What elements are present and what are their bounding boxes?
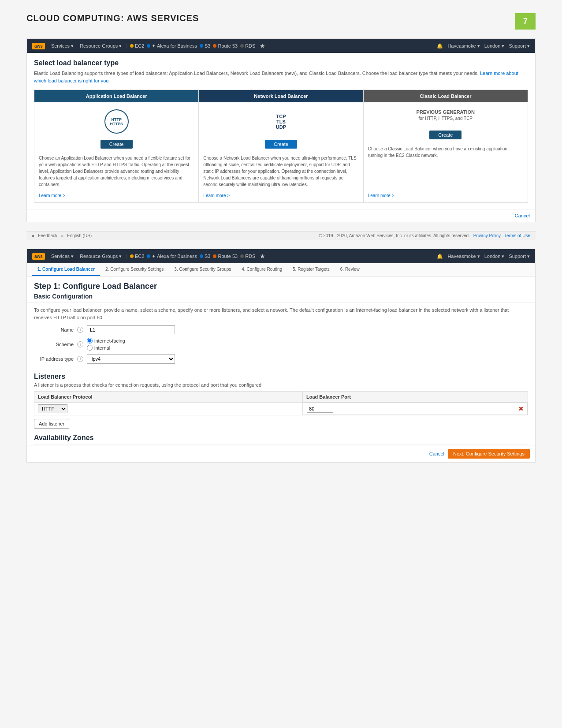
- nlb-create-wrapper: Create: [199, 137, 363, 151]
- route53-dot: [213, 44, 216, 48]
- region-menu-2[interactable]: London ▾: [484, 254, 505, 259]
- nav-sep2: |: [126, 254, 127, 259]
- feedback-label[interactable]: Feedback: [38, 233, 57, 238]
- alb-create-button[interactable]: Create: [100, 140, 133, 149]
- ip-select[interactable]: ipv4 dualstack: [87, 354, 175, 364]
- nlb-protocol-icon: TCP TLS UDP: [269, 109, 293, 134]
- support-menu[interactable]: Support ▾: [509, 43, 530, 49]
- nlb-icon: TCP TLS UDP: [199, 102, 363, 137]
- scheme-radio-internet[interactable]: [87, 338, 93, 343]
- nav-sep1: |: [126, 44, 127, 49]
- scheme-label: Scheme: [34, 342, 74, 347]
- listener-protocol-select[interactable]: HTTP HTTPS: [38, 404, 67, 413]
- delete-listener-icon[interactable]: ✖: [518, 405, 524, 412]
- alexa-dot-2: [147, 254, 150, 258]
- scheme-radio-internal[interactable]: [87, 345, 93, 351]
- rds-dot: [240, 44, 244, 48]
- cancel-link-1[interactable]: Cancel: [515, 213, 530, 218]
- route53-dot-2: [213, 254, 216, 258]
- wizard-step-1[interactable]: 1. Configure Load Balancer: [32, 263, 100, 276]
- s3-dot-2: [200, 254, 203, 258]
- wizard-nav: 1. Configure Load Balancer 2. Configure …: [27, 263, 535, 276]
- nav-route53[interactable]: Route 53: [213, 43, 238, 49]
- language-label[interactable]: English (US): [67, 233, 92, 238]
- wizard-step-4[interactable]: 4. Configure Routing: [236, 263, 287, 276]
- nav-s3[interactable]: S3: [200, 43, 210, 49]
- terms-link[interactable]: Terms of Use: [504, 233, 530, 238]
- panel-select-lb: aws Services ▾ Resource Groups ▾ | EC2 ✦…: [26, 38, 536, 222]
- nav-resource-groups-2[interactable]: Resource Groups ▾: [78, 254, 123, 259]
- region-menu[interactable]: London ▾: [484, 43, 505, 49]
- alb-header: Application Load Balancer: [34, 90, 198, 102]
- panel-configure-lb: aws Services ▾ Resource Groups ▾ | EC2 ✦…: [26, 249, 536, 463]
- name-info-icon[interactable]: i: [77, 327, 83, 333]
- nav-ec2-2[interactable]: EC2: [130, 254, 144, 259]
- nav-rds-2[interactable]: RDS: [240, 254, 255, 259]
- ec2-dot: [130, 44, 134, 48]
- nav-services-2[interactable]: Services ▾: [49, 254, 75, 259]
- listeners-desc: A listener is a process that checks for …: [34, 382, 528, 388]
- alb-create-wrapper: Create: [34, 137, 198, 151]
- bell-icon: 🔔: [437, 43, 443, 49]
- wizard-step-6[interactable]: 6. Review: [335, 263, 365, 276]
- nav-route53-2[interactable]: Route 53: [213, 254, 238, 259]
- listener-row: HTTP HTTPS ✖: [34, 403, 528, 415]
- nav-s3-2[interactable]: S3: [200, 254, 210, 259]
- nav-bookmark-icon: ★: [260, 42, 265, 49]
- alb-learn-link[interactable]: Learn more >: [39, 193, 65, 198]
- nav-ec2[interactable]: EC2: [130, 43, 144, 49]
- step-content: Step 1: Configure Load Balancer Basic Co…: [27, 276, 535, 445]
- name-label: Name: [34, 327, 74, 332]
- privacy-link[interactable]: Privacy Policy: [473, 233, 501, 238]
- next-button[interactable]: Next: Configure Security Settings: [448, 449, 530, 459]
- nlb-create-button[interactable]: Create: [265, 140, 297, 149]
- alb-protocol-icon: HTTP HTTPS: [104, 109, 129, 134]
- basic-config-form: Name i Scheme i internet-facing: [27, 325, 535, 373]
- panel1-footer: Cancel: [27, 209, 535, 222]
- listeners-table: Load Balancer Protocol Load Balancer Por…: [34, 391, 528, 415]
- user-menu-2[interactable]: Haveasmoke ▾: [447, 254, 480, 259]
- lb-cards: Application Load Balancer HTTP HTTPS Cre…: [34, 90, 528, 203]
- nlb-learn-link[interactable]: Learn more >: [203, 193, 230, 198]
- lang-icon: ○: [61, 233, 63, 238]
- support-menu-2[interactable]: Support ▾: [509, 254, 530, 259]
- cancel-link-2[interactable]: Cancel: [429, 451, 444, 456]
- wizard-footer: Cancel Next: Configure Security Settings: [27, 445, 535, 462]
- ip-info-icon[interactable]: i: [77, 356, 83, 362]
- main-container: aws Services ▾ Resource Groups ▾ | EC2 ✦…: [0, 38, 562, 463]
- listener-port-input[interactable]: [307, 405, 333, 413]
- name-input[interactable]: [87, 325, 175, 334]
- user-menu[interactable]: Haveasmoke ▾: [447, 43, 480, 49]
- nav-right-2: 🔔 Haveasmoke ▾ London ▾ Support ▾: [437, 254, 530, 259]
- rds-dot-2: [240, 254, 244, 258]
- nav-resource-groups[interactable]: Resource Groups ▾: [78, 43, 123, 49]
- scheme-internal[interactable]: internal: [87, 345, 125, 351]
- nlb-learn: Learn more >: [199, 191, 363, 202]
- scheme-info-icon[interactable]: i: [77, 341, 83, 347]
- nav-right: 🔔 Haveasmoke ▾ London ▾ Support ▾: [437, 43, 530, 49]
- select-lb-title: Select load balancer type: [34, 59, 528, 67]
- nav-rds[interactable]: RDS: [240, 43, 255, 49]
- add-listener-button[interactable]: Add listener: [34, 419, 69, 429]
- wizard-step-2[interactable]: 2. Configure Security Settings: [100, 263, 169, 276]
- alexa-dot: [147, 44, 150, 48]
- clb-header: Classic Load Balancer: [364, 90, 528, 102]
- scheme-internet-facing[interactable]: internet-facing: [87, 338, 125, 343]
- nlb-header: Network Load Balancer: [199, 90, 363, 102]
- listeners-header-row: Load Balancer Protocol Load Balancer Por…: [34, 392, 528, 403]
- nav-services[interactable]: Services ▾: [49, 43, 75, 49]
- scheme-radio-group: internet-facing internal: [87, 338, 125, 351]
- aws-nav-1: aws Services ▾ Resource Groups ▾ | EC2 ✦…: [27, 39, 535, 53]
- page-header: CLOUD COMPUTING: AWS SERVICES 7: [0, 0, 562, 38]
- wizard-step-5[interactable]: 5. Register Targets: [287, 263, 335, 276]
- clb-create-button[interactable]: Create: [429, 131, 462, 139]
- clb-learn-link[interactable]: Learn more >: [368, 193, 395, 198]
- clb-desc: Choose a Classic Load Balancer when you …: [364, 142, 528, 191]
- ec2-dot-2: [130, 254, 134, 258]
- step-title: Step 1: Configure Load Balancer: [27, 276, 535, 293]
- wizard-step-3[interactable]: 3. Configure Security Groups: [169, 263, 236, 276]
- az-title: Availability Zones: [34, 434, 528, 445]
- listener-port-cell: ✖: [303, 403, 528, 415]
- nav-alexa-2[interactable]: ✦ Alexa for Business: [147, 254, 197, 259]
- nav-alexa[interactable]: ✦ Alexa for Business: [147, 43, 197, 49]
